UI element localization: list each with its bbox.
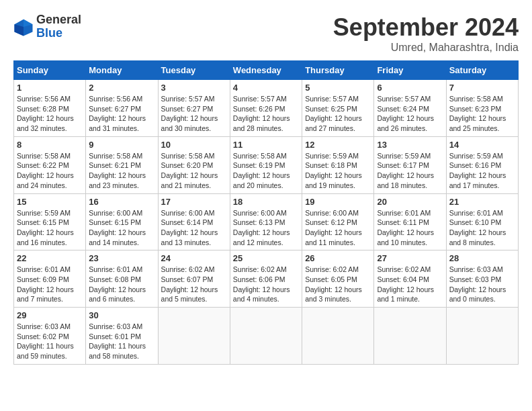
calendar-day-cell: 16Sunrise: 6:00 AMSunset: 6:15 PMDayligh…: [86, 193, 158, 250]
day-info: Sunrise: 6:01 AMSunset: 6:08 PMDaylight:…: [89, 265, 154, 304]
calendar-day-cell: [302, 308, 374, 365]
day-number: 24: [161, 253, 227, 263]
day-info: Sunrise: 5:56 AMSunset: 6:27 PMDaylight:…: [89, 94, 154, 134]
col-saturday: Saturday: [446, 61, 518, 80]
day-number: 26: [305, 253, 371, 263]
calendar-week-row: 8Sunrise: 5:58 AMSunset: 6:22 PMDaylight…: [14, 136, 519, 193]
calendar-day-cell: 6Sunrise: 5:57 AMSunset: 6:24 PMDaylight…: [374, 80, 446, 137]
calendar-day-cell: 26Sunrise: 6:02 AMSunset: 6:05 PMDayligh…: [302, 250, 374, 308]
day-info: Sunrise: 5:57 AMSunset: 6:25 PMDaylight:…: [305, 94, 371, 134]
day-number: 4: [233, 83, 299, 93]
day-number: 25: [233, 253, 299, 263]
col-wednesday: Wednesday: [230, 61, 302, 80]
calendar-day-cell: [446, 308, 518, 365]
title-block: September 2024 Umred, Maharashtra, India: [333, 13, 519, 54]
logo-general: General: [36, 13, 81, 26]
calendar-day-cell: 30Sunrise: 6:03 AMSunset: 6:01 PMDayligh…: [86, 308, 158, 365]
calendar-day-cell: [374, 308, 446, 365]
day-info: Sunrise: 6:03 AMSunset: 6:01 PMDaylight:…: [89, 322, 154, 361]
calendar-day-cell: 24Sunrise: 6:02 AMSunset: 6:07 PMDayligh…: [158, 250, 230, 308]
day-number: 3: [161, 83, 227, 93]
day-number: 19: [305, 197, 371, 207]
calendar-day-cell: 17Sunrise: 6:00 AMSunset: 6:14 PMDayligh…: [158, 193, 230, 250]
day-number: 15: [17, 197, 83, 207]
day-info: Sunrise: 5:58 AMSunset: 6:19 PMDaylight:…: [233, 151, 299, 191]
day-info: Sunrise: 6:02 AMSunset: 6:04 PMDaylight:…: [377, 265, 443, 304]
calendar-day-cell: [158, 308, 230, 365]
day-number: 12: [305, 140, 371, 150]
col-sunday: Sunday: [14, 61, 86, 80]
logo-icon: [13, 17, 34, 37]
calendar-day-cell: 18Sunrise: 6:00 AMSunset: 6:13 PMDayligh…: [230, 193, 302, 250]
day-info: Sunrise: 5:58 AMSunset: 6:23 PMDaylight:…: [449, 94, 515, 134]
calendar-body: 1Sunrise: 5:56 AMSunset: 6:28 PMDaylight…: [14, 80, 519, 365]
calendar-day-cell: 28Sunrise: 6:03 AMSunset: 6:03 PMDayligh…: [446, 250, 518, 308]
day-info: Sunrise: 6:00 AMSunset: 6:15 PMDaylight:…: [89, 208, 154, 248]
day-number: 2: [89, 83, 154, 93]
day-number: 7: [449, 83, 515, 93]
day-number: 27: [377, 253, 443, 263]
day-info: Sunrise: 5:57 AMSunset: 6:24 PMDaylight:…: [377, 94, 443, 134]
day-info: Sunrise: 6:03 AMSunset: 6:03 PMDaylight:…: [449, 265, 515, 304]
calendar-day-cell: [230, 308, 302, 365]
col-friday: Friday: [374, 61, 446, 80]
calendar-day-cell: 27Sunrise: 6:02 AMSunset: 6:04 PMDayligh…: [374, 250, 446, 308]
calendar-day-cell: 7Sunrise: 5:58 AMSunset: 6:23 PMDaylight…: [446, 80, 518, 137]
location-title: Umred, Maharashtra, India: [333, 42, 519, 54]
calendar-week-row: 29Sunrise: 6:03 AMSunset: 6:02 PMDayligh…: [14, 308, 519, 365]
calendar-week-row: 15Sunrise: 5:59 AMSunset: 6:15 PMDayligh…: [14, 193, 519, 250]
day-info: Sunrise: 5:59 AMSunset: 6:17 PMDaylight:…: [377, 151, 443, 191]
day-info: Sunrise: 5:58 AMSunset: 6:21 PMDaylight:…: [89, 151, 154, 191]
calendar-day-cell: 1Sunrise: 5:56 AMSunset: 6:28 PMDaylight…: [14, 80, 86, 137]
calendar-day-cell: 21Sunrise: 6:01 AMSunset: 6:10 PMDayligh…: [446, 193, 518, 250]
day-info: Sunrise: 6:00 AMSunset: 6:14 PMDaylight:…: [161, 208, 227, 248]
day-number: 28: [449, 253, 515, 263]
day-number: 23: [89, 253, 154, 263]
day-info: Sunrise: 6:02 AMSunset: 6:05 PMDaylight:…: [305, 265, 371, 304]
logo-blue: Blue: [36, 26, 62, 40]
day-info: Sunrise: 6:03 AMSunset: 6:02 PMDaylight:…: [17, 322, 83, 361]
calendar-day-cell: 2Sunrise: 5:56 AMSunset: 6:27 PMDaylight…: [86, 80, 158, 137]
calendar-day-cell: 14Sunrise: 5:59 AMSunset: 6:16 PMDayligh…: [446, 136, 518, 193]
logo: General Blue: [13, 13, 81, 40]
calendar-day-cell: 13Sunrise: 5:59 AMSunset: 6:17 PMDayligh…: [374, 136, 446, 193]
day-info: Sunrise: 5:57 AMSunset: 6:27 PMDaylight:…: [161, 94, 227, 134]
day-info: Sunrise: 5:56 AMSunset: 6:28 PMDaylight:…: [17, 94, 83, 134]
day-number: 10: [161, 140, 227, 150]
calendar-day-cell: 11Sunrise: 5:58 AMSunset: 6:19 PMDayligh…: [230, 136, 302, 193]
calendar-day-cell: 8Sunrise: 5:58 AMSunset: 6:22 PMDaylight…: [14, 136, 86, 193]
day-info: Sunrise: 6:02 AMSunset: 6:07 PMDaylight:…: [161, 265, 227, 304]
calendar-day-cell: 4Sunrise: 5:57 AMSunset: 6:26 PMDaylight…: [230, 80, 302, 137]
calendar-day-cell: 23Sunrise: 6:01 AMSunset: 6:08 PMDayligh…: [86, 250, 158, 308]
col-tuesday: Tuesday: [158, 61, 230, 80]
calendar-table: Sunday Monday Tuesday Wednesday Thursday…: [13, 60, 519, 365]
day-number: 11: [233, 140, 299, 150]
day-info: Sunrise: 6:01 AMSunset: 6:10 PMDaylight:…: [449, 208, 515, 248]
col-monday: Monday: [86, 61, 158, 80]
calendar-day-cell: 12Sunrise: 5:59 AMSunset: 6:18 PMDayligh…: [302, 136, 374, 193]
calendar-day-cell: 22Sunrise: 6:01 AMSunset: 6:09 PMDayligh…: [14, 250, 86, 308]
calendar-day-cell: 19Sunrise: 6:00 AMSunset: 6:12 PMDayligh…: [302, 193, 374, 250]
day-number: 17: [161, 197, 227, 207]
day-info: Sunrise: 6:00 AMSunset: 6:12 PMDaylight:…: [305, 208, 371, 248]
logo-text: General Blue: [36, 13, 81, 40]
calendar-week-row: 22Sunrise: 6:01 AMSunset: 6:09 PMDayligh…: [14, 250, 519, 308]
day-info: Sunrise: 6:01 AMSunset: 6:11 PMDaylight:…: [377, 208, 443, 248]
month-title: September 2024: [333, 13, 519, 42]
day-info: Sunrise: 6:00 AMSunset: 6:13 PMDaylight:…: [233, 208, 299, 248]
day-number: 14: [449, 140, 515, 150]
day-info: Sunrise: 5:59 AMSunset: 6:15 PMDaylight:…: [17, 208, 83, 248]
day-number: 6: [377, 83, 443, 93]
calendar-day-cell: 3Sunrise: 5:57 AMSunset: 6:27 PMDaylight…: [158, 80, 230, 137]
day-number: 18: [233, 197, 299, 207]
day-number: 21: [449, 197, 515, 207]
calendar-day-cell: 29Sunrise: 6:03 AMSunset: 6:02 PMDayligh…: [14, 308, 86, 365]
calendar-day-cell: 5Sunrise: 5:57 AMSunset: 6:25 PMDaylight…: [302, 80, 374, 137]
day-info: Sunrise: 5:58 AMSunset: 6:20 PMDaylight:…: [161, 151, 227, 191]
calendar-day-cell: 9Sunrise: 5:58 AMSunset: 6:21 PMDaylight…: [86, 136, 158, 193]
day-info: Sunrise: 6:01 AMSunset: 6:09 PMDaylight:…: [17, 265, 83, 304]
day-info: Sunrise: 6:02 AMSunset: 6:06 PMDaylight:…: [233, 265, 299, 304]
col-thursday: Thursday: [302, 61, 374, 80]
calendar-day-cell: 25Sunrise: 6:02 AMSunset: 6:06 PMDayligh…: [230, 250, 302, 308]
calendar-day-cell: 15Sunrise: 5:59 AMSunset: 6:15 PMDayligh…: [14, 193, 86, 250]
